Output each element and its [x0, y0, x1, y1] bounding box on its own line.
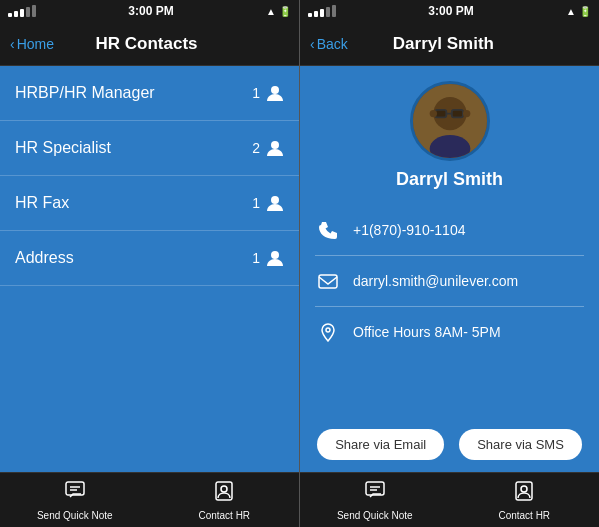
right-tab-bar: Send Quick Note Contact HR	[300, 472, 599, 527]
contact-email: darryl.smith@unilever.com	[353, 273, 518, 289]
svg-point-25	[521, 486, 527, 492]
right-quick-note-icon	[364, 480, 386, 507]
location-icon	[315, 319, 341, 345]
list-item-specialist-label: HR Specialist	[15, 139, 111, 157]
right-tab-contact-hr[interactable]: Contact HR	[450, 473, 600, 527]
left-tab-contact-hr[interactable]: Contact HR	[150, 473, 300, 527]
svg-point-17	[429, 110, 436, 117]
right-status-bar: 3:00 PM ▲ 🔋	[300, 0, 599, 22]
signal-bars-icon	[8, 5, 36, 17]
list-item-hrbp[interactable]: HRBP/HR Manager 1	[0, 66, 299, 121]
list-item-specialist-right: 2	[252, 139, 284, 157]
svg-rect-12	[451, 110, 462, 117]
contact-info-list: +1(870)-910-1104 darryl.smith@unilever.c…	[300, 200, 599, 417]
contact-hr-icon	[213, 480, 235, 507]
left-tab-quick-note-label: Send Quick Note	[37, 510, 113, 521]
contact-hours-row: Office Hours 8AM- 5PM	[315, 307, 584, 357]
hr-contacts-list: HRBP/HR Manager 1 HR Specialist 2	[0, 66, 299, 472]
list-item-address-label: Address	[15, 249, 74, 267]
contact-email-row: darryl.smith@unilever.com	[315, 256, 584, 307]
right-battery-icon: 🔋	[579, 6, 591, 17]
person-icon-address	[266, 249, 284, 267]
list-item-fax-right: 1	[252, 194, 284, 212]
right-battery-area: ▲ 🔋	[566, 6, 591, 17]
contact-name: Darryl Smith	[396, 169, 503, 190]
contact-action-buttons: Share via Email Share via SMS	[300, 417, 599, 472]
list-item-specialist-count: 2	[252, 140, 260, 156]
svg-point-18	[462, 110, 469, 117]
svg-point-8	[221, 486, 227, 492]
contact-phone-row: +1(870)-910-1104	[315, 205, 584, 256]
right-nav-bar: ‹ Back Darryl Smith	[300, 22, 599, 66]
left-tab-contact-hr-label: Contact HR	[198, 510, 250, 521]
right-tab-contact-hr-label: Contact HR	[498, 510, 550, 521]
right-wifi-icon: ▲	[566, 6, 576, 17]
phone-icon	[315, 217, 341, 243]
person-icon-hrbp	[266, 84, 284, 102]
left-phone-screen: 3:00 PM ▲ 🔋 ‹ Home HR Contacts HRBP/HR M…	[0, 0, 299, 527]
left-status-bar: 3:00 PM ▲ 🔋	[0, 0, 299, 22]
left-nav-title: HR Contacts	[4, 34, 289, 54]
right-tab-quick-note[interactable]: Send Quick Note	[300, 473, 450, 527]
list-item-hrbp-count: 1	[252, 85, 260, 101]
right-signal-bars-icon	[308, 5, 336, 17]
svg-point-0	[271, 86, 279, 94]
right-tab-quick-note-label: Send Quick Note	[337, 510, 413, 521]
list-item-specialist[interactable]: HR Specialist 2	[0, 121, 299, 176]
svg-point-20	[326, 328, 330, 332]
person-icon-fax	[266, 194, 284, 212]
left-tab-quick-note[interactable]: Send Quick Note	[0, 473, 150, 527]
battery-icon: 🔋	[279, 6, 291, 17]
left-time: 3:00 PM	[128, 4, 173, 18]
contact-office-hours: Office Hours 8AM- 5PM	[353, 324, 501, 340]
right-contact-hr-icon	[513, 480, 535, 507]
list-item-address-right: 1	[252, 249, 284, 267]
contact-avatar-section: Darryl Smith	[300, 66, 599, 200]
svg-point-3	[271, 251, 279, 259]
svg-rect-19	[319, 275, 337, 288]
list-item-hrbp-label: HRBP/HR Manager	[15, 84, 155, 102]
left-tab-bar: Send Quick Note Contact HR	[0, 472, 299, 527]
svg-rect-21	[366, 482, 384, 495]
list-item-fax-count: 1	[252, 195, 260, 211]
email-icon	[315, 268, 341, 294]
person-icon-specialist	[266, 139, 284, 157]
left-battery-area: ▲ 🔋	[266, 6, 291, 17]
right-phone-screen: 3:00 PM ▲ 🔋 ‹ Back Darryl Smith	[300, 0, 599, 527]
list-item-hrbp-right: 1	[252, 84, 284, 102]
share-sms-button[interactable]: Share via SMS	[459, 429, 582, 460]
svg-rect-4	[66, 482, 84, 495]
right-time: 3:00 PM	[428, 4, 473, 18]
svg-point-2	[271, 196, 279, 204]
share-email-button[interactable]: Share via Email	[317, 429, 444, 460]
right-signal-area	[308, 5, 336, 17]
contact-avatar	[410, 81, 490, 161]
right-nav-title: Darryl Smith	[300, 34, 589, 54]
contact-phone: +1(870)-910-1104	[353, 222, 465, 238]
left-signal-area	[8, 5, 36, 17]
wifi-icon: ▲	[266, 6, 276, 17]
list-item-fax-label: HR Fax	[15, 194, 69, 212]
list-item-address[interactable]: Address 1	[0, 231, 299, 286]
list-item-address-count: 1	[252, 250, 260, 266]
left-nav-bar: ‹ Home HR Contacts	[0, 22, 299, 66]
quick-note-icon	[64, 480, 86, 507]
list-item-fax[interactable]: HR Fax 1	[0, 176, 299, 231]
svg-point-1	[271, 141, 279, 149]
